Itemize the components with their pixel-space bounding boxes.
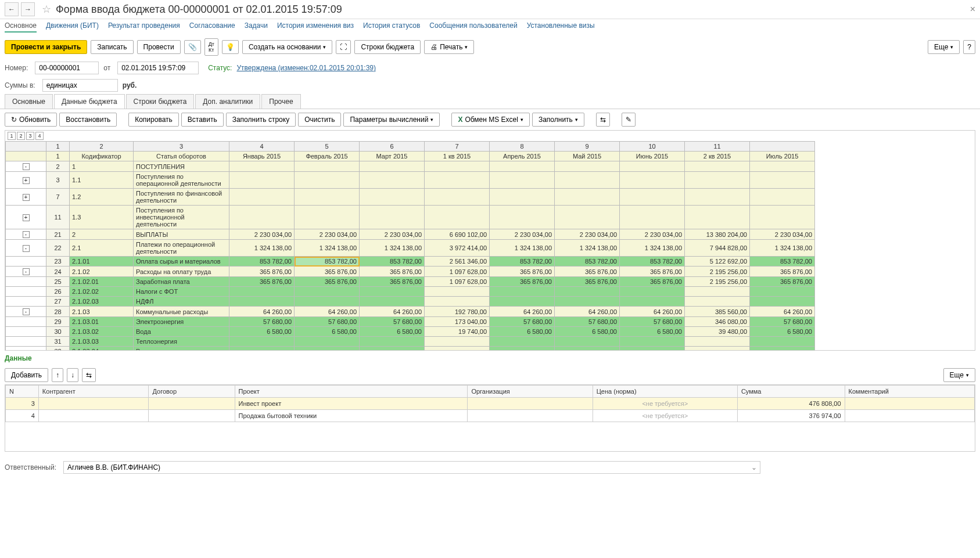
value-cell[interactable] <box>360 189 425 206</box>
value-cell[interactable] <box>425 206 490 229</box>
tree-toggle[interactable]: + <box>23 177 30 184</box>
value-cell[interactable]: 6 580,00 <box>750 327 815 337</box>
value-cell[interactable]: 365 876,00 <box>229 267 295 277</box>
value-cell[interactable] <box>620 189 685 206</box>
code-cell[interactable]: 2.1.02 <box>70 267 134 277</box>
value-cell[interactable] <box>620 287 685 297</box>
name-cell[interactable]: Расходы на оплату труда <box>134 267 229 277</box>
detail-cell[interactable]: <не требуется> <box>593 398 737 410</box>
swap-icon[interactable]: ⇆ <box>596 113 610 127</box>
value-cell[interactable] <box>620 297 685 307</box>
tree-toggle[interactable]: - <box>23 268 30 275</box>
value-cell[interactable] <box>555 287 620 297</box>
value-cell[interactable] <box>360 206 425 229</box>
value-cell[interactable]: 365 876,00 <box>295 277 360 287</box>
sub-tab-4[interactable]: Прочее <box>261 94 300 109</box>
value-cell[interactable]: 2 230 034,00 <box>750 229 815 240</box>
fill-button[interactable]: Заполнить ▾ <box>532 113 584 127</box>
tree-toggle[interactable]: - <box>23 245 30 252</box>
clear-responsible-icon[interactable]: ⌄ <box>751 463 757 471</box>
value-cell[interactable] <box>229 337 295 347</box>
value-cell[interactable]: 6 580,00 <box>555 327 620 337</box>
value-cell[interactable]: 853 782,00 <box>229 257 295 267</box>
code-cell[interactable]: 2.1.02.01 <box>70 277 134 287</box>
value-cell[interactable]: 365 876,00 <box>360 267 425 277</box>
forward-button[interactable]: → <box>21 2 35 16</box>
value-cell[interactable] <box>685 297 750 307</box>
value-cell[interactable] <box>490 189 555 206</box>
value-cell[interactable]: 365 876,00 <box>620 267 685 277</box>
copy-button[interactable]: Копировать <box>128 113 179 127</box>
sub-tab-2[interactable]: Строки бюджета <box>126 94 195 109</box>
status-link[interactable]: Утверждена (изменен:02.01.2015 20:01:39) <box>236 64 376 72</box>
value-cell[interactable] <box>295 206 360 229</box>
value-cell[interactable]: 1 324 138,00 <box>555 240 620 257</box>
value-cell[interactable] <box>685 172 750 189</box>
value-cell[interactable] <box>750 189 815 206</box>
value-cell[interactable]: 853 782,00 <box>620 257 685 267</box>
print-button[interactable]: 🖨 Печать ▾ <box>424 40 474 54</box>
value-cell[interactable] <box>295 287 360 297</box>
value-cell[interactable] <box>685 337 750 347</box>
detail-cell[interactable] <box>38 410 149 422</box>
value-cell[interactable] <box>295 161 360 172</box>
value-cell[interactable] <box>685 189 750 206</box>
value-cell[interactable]: 6 690 102,00 <box>425 229 490 240</box>
lightbulb-icon[interactable]: 💡 <box>222 40 239 54</box>
value-cell[interactable] <box>360 337 425 347</box>
move-up-button[interactable]: ↑ <box>52 368 63 382</box>
level-4-button[interactable]: 4 <box>35 132 44 140</box>
value-cell[interactable] <box>490 206 555 229</box>
value-cell[interactable]: 64 260,00 <box>750 307 815 317</box>
detail-cell[interactable]: Инвест проект <box>235 398 468 410</box>
value-cell[interactable]: 365 876,00 <box>360 277 425 287</box>
value-cell[interactable]: 1 097 628,00 <box>425 267 490 277</box>
value-cell[interactable] <box>685 287 750 297</box>
value-cell[interactable]: 64 260,00 <box>360 307 425 317</box>
detail-cell[interactable]: 4 <box>6 410 39 422</box>
value-cell[interactable]: 365 876,00 <box>490 277 555 287</box>
value-cell[interactable]: 1 324 138,00 <box>360 240 425 257</box>
value-cell[interactable]: 853 782,00 <box>750 257 815 267</box>
value-cell[interactable] <box>425 287 490 297</box>
value-cell[interactable] <box>620 172 685 189</box>
value-cell[interactable] <box>295 297 360 307</box>
value-cell[interactable] <box>295 189 360 206</box>
value-cell[interactable]: 5 122 692,00 <box>685 257 750 267</box>
code-cell[interactable]: 1.1 <box>70 172 134 189</box>
value-cell[interactable] <box>620 347 685 351</box>
tree-toggle[interactable]: - <box>23 163 30 170</box>
value-cell[interactable]: 7 944 828,00 <box>685 240 750 257</box>
value-cell[interactable] <box>295 337 360 347</box>
value-cell[interactable] <box>620 161 685 172</box>
detail-more-button[interactable]: Еще ▾ <box>943 368 975 382</box>
code-cell[interactable]: 2.1 <box>70 240 134 257</box>
value-cell[interactable]: 346 080,00 <box>685 317 750 327</box>
value-cell[interactable] <box>360 297 425 307</box>
value-cell[interactable] <box>425 189 490 206</box>
nav-tab-0[interactable]: Основное <box>5 21 37 33</box>
value-cell[interactable] <box>229 347 295 351</box>
value-cell[interactable] <box>620 206 685 229</box>
code-cell[interactable]: 2.1.03.04 <box>70 347 134 351</box>
value-cell[interactable]: 64 260,00 <box>229 307 295 317</box>
code-cell[interactable]: 2.1.03.01 <box>70 317 134 327</box>
value-cell[interactable]: 57 680,00 <box>229 317 295 327</box>
value-cell[interactable]: 6 580,00 <box>229 327 295 337</box>
value-cell[interactable]: 64 260,00 <box>490 307 555 317</box>
value-cell[interactable]: 365 876,00 <box>490 267 555 277</box>
value-cell[interactable] <box>360 287 425 297</box>
date-field[interactable] <box>117 62 199 74</box>
value-cell[interactable]: 853 782,00 <box>360 257 425 267</box>
value-cell[interactable]: 365 876,00 <box>555 267 620 277</box>
close-icon[interactable]: × <box>970 4 975 15</box>
refresh-button[interactable]: ↻ Обновить <box>5 113 57 127</box>
nav-tab-5[interactable]: История изменения виз <box>277 21 354 33</box>
code-cell[interactable]: 2.1.03.03 <box>70 337 134 347</box>
value-cell[interactable] <box>229 189 295 206</box>
number-field[interactable] <box>35 62 99 74</box>
value-cell[interactable]: 192 780,00 <box>425 307 490 317</box>
value-cell[interactable] <box>360 161 425 172</box>
name-cell[interactable]: НДФЛ <box>134 297 229 307</box>
value-cell[interactable]: 3 972 414,00 <box>425 240 490 257</box>
